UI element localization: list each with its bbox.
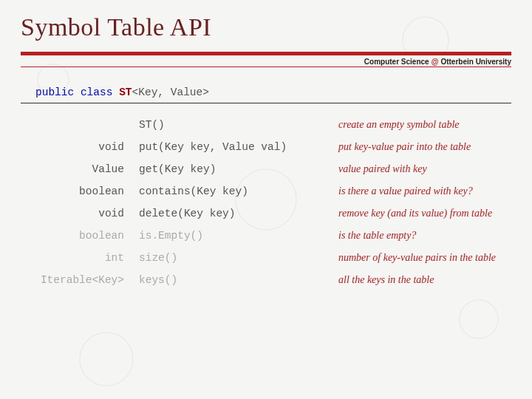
- api-row: booleanis.Empty()is the table empty?: [21, 225, 511, 247]
- return-type: boolean: [21, 230, 132, 242]
- method-description: all the keys in the table: [331, 274, 511, 286]
- generic-params: <Key, Value>: [132, 86, 209, 98]
- method-signature: keys(): [139, 274, 324, 286]
- subheader-left: Computer Science: [364, 58, 429, 66]
- api-table: public class ST<Key, Value> ST()create a…: [21, 82, 511, 291]
- return-type: int: [21, 252, 132, 264]
- divider-thick: [21, 52, 511, 55]
- api-row: Valueget(Key key)value paired with key: [21, 158, 511, 180]
- subheader-right: Otterbein University: [440, 58, 511, 66]
- api-row: Iterable<Key>keys()all the keys in the t…: [21, 269, 511, 291]
- method-signature: ST(): [139, 119, 324, 131]
- method-signature: delete(Key key): [139, 208, 324, 219]
- slide-content: Symbol Table API Computer Science @ Otte…: [0, 0, 532, 304]
- api-rows: ST()create an empty symbol tablevoidput(…: [21, 114, 511, 291]
- api-row: booleancontains(Key key)is there a value…: [21, 180, 511, 202]
- method-signature: put(Key key, Value val): [139, 141, 324, 153]
- api-row: voiddelete(Key key)remove key (and its v…: [21, 202, 511, 225]
- method-signature: is.Empty(): [139, 230, 324, 242]
- method-description: create an empty symbol table: [331, 119, 511, 131]
- subheader: Computer Science @ Otterbein University: [21, 57, 511, 66]
- api-row: voidput(Key key, Value val)put key-value…: [21, 136, 511, 158]
- keyword-public: public: [35, 86, 74, 98]
- method-description: is there a value paired with key?: [331, 185, 511, 197]
- method-signature: size(): [139, 252, 324, 264]
- keyword-class: class: [81, 86, 113, 98]
- api-row: ST()create an empty symbol table: [21, 114, 511, 136]
- class-declaration: public class ST<Key, Value>: [21, 82, 511, 103]
- divider-thin: [21, 66, 511, 67]
- method-description: value paired with key: [331, 163, 511, 175]
- page-title: Symbol Table API: [21, 13, 511, 41]
- return-type: boolean: [21, 185, 132, 197]
- method-description: put key-value pair into the table: [331, 141, 511, 153]
- method-signature: get(Key key): [139, 163, 324, 175]
- method-description: remove key (and its value) from table: [331, 208, 511, 219]
- return-type: void: [21, 141, 132, 153]
- method-description: number of key-value pairs in the table: [331, 252, 511, 264]
- method-signature: contains(Key key): [139, 185, 324, 197]
- return-type: void: [21, 208, 132, 219]
- return-type: Value: [21, 163, 132, 175]
- return-type: Iterable<Key>: [21, 274, 132, 286]
- class-name: ST: [119, 86, 132, 98]
- at-icon: @: [429, 58, 441, 66]
- method-description: is the table empty?: [331, 230, 511, 242]
- api-row: intsize()number of key-value pairs in th…: [21, 247, 511, 269]
